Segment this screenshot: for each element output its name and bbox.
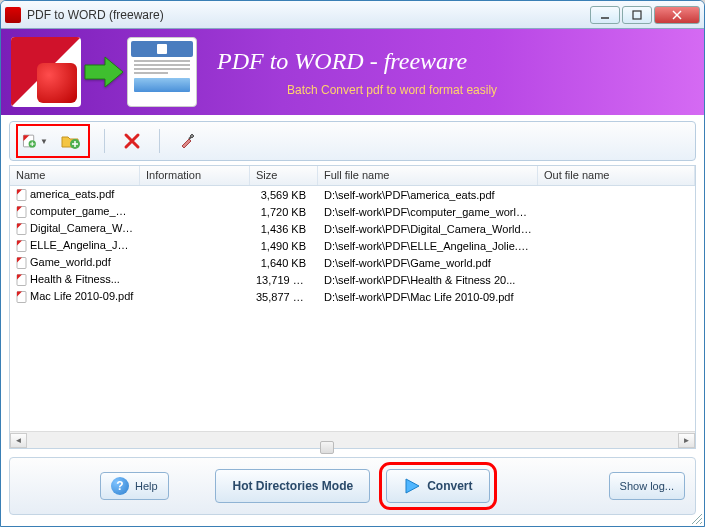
- table-row[interactable]: ELLE_Angelina_Jolie.pdf1,490 KBD:\self-w…: [10, 237, 695, 254]
- col-header-full[interactable]: Full file name: [318, 166, 538, 185]
- table-row[interactable]: Mac Life 2010-09.pdf35,877 KBD:\self-wor…: [10, 288, 695, 305]
- cell-full: D:\self-work\PDF\Health & Fitness 20...: [318, 274, 538, 286]
- help-button[interactable]: ? Help: [100, 472, 169, 500]
- cell-name: Mac Life 2010-09.pdf: [10, 290, 140, 303]
- pdf-file-icon: [16, 291, 28, 303]
- help-icon: ?: [111, 477, 129, 495]
- bottom-bar: ? Help Hot Directories Mode Convert Show…: [9, 457, 696, 515]
- col-header-size[interactable]: Size: [250, 166, 318, 185]
- cell-name: ELLE_Angelina_Jolie.pdf: [10, 239, 140, 252]
- titlebar: PDF to WORD (freeware): [1, 1, 704, 29]
- tools-icon: [178, 132, 196, 150]
- cell-full: D:\self-work\PDF\ELLE_Angelina_Jolie.pdf: [318, 240, 538, 252]
- cell-name: america_eats.pdf: [10, 188, 140, 201]
- hotdir-label: Hot Directories Mode: [232, 479, 353, 493]
- pdf-file-icon: [16, 206, 28, 218]
- banner: PDF to WORD - freeware Batch Convert pdf…: [1, 29, 704, 115]
- convert-label: Convert: [427, 479, 472, 493]
- settings-button[interactable]: [174, 128, 200, 154]
- close-button[interactable]: [654, 6, 700, 24]
- table-row[interactable]: computer_game_worl...1,720 KBD:\self-wor…: [10, 203, 695, 220]
- col-header-out[interactable]: Out file name: [538, 166, 695, 185]
- minimize-button[interactable]: [590, 6, 620, 24]
- cell-full: D:\self-work\PDF\america_eats.pdf: [318, 189, 538, 201]
- svg-line-7: [189, 137, 191, 139]
- pdf-file-icon: [16, 189, 28, 201]
- cell-name: Health & Fitness...: [10, 273, 140, 286]
- list-header: Name Information Size Full file name Out…: [10, 166, 695, 186]
- app-icon: [5, 7, 21, 23]
- list-body[interactable]: america_eats.pdf3,569 KBD:\self-work\PDF…: [10, 186, 695, 431]
- cell-full: D:\self-work\PDF\Game_world.pdf: [318, 257, 538, 269]
- show-log-button[interactable]: Show log...: [609, 472, 685, 500]
- col-header-name[interactable]: Name: [10, 166, 140, 185]
- add-folder-icon: [60, 131, 82, 151]
- delete-x-icon: [123, 132, 141, 150]
- cell-full: D:\self-work\PDF\Digital_Camera_World.pd…: [318, 223, 538, 235]
- cell-size: 13,719 KB: [250, 274, 318, 286]
- remove-button[interactable]: [119, 128, 145, 154]
- horizontal-scrollbar[interactable]: ◄ ►: [10, 431, 695, 448]
- cell-size: 1,436 KB: [250, 223, 318, 235]
- pdf-file-icon: [16, 257, 28, 269]
- banner-text: PDF to WORD - freeware Batch Convert pdf…: [217, 48, 497, 97]
- toolbar-separator: [104, 129, 105, 153]
- pdf-tile-icon: [11, 37, 81, 107]
- dropdown-arrow-icon: ▼: [40, 137, 48, 146]
- add-folder-button[interactable]: [58, 128, 84, 154]
- scroll-left-arrow-icon[interactable]: ◄: [10, 433, 27, 448]
- cell-size: 1,720 KB: [250, 206, 318, 218]
- play-icon: [403, 477, 421, 495]
- pdf-file-icon: [16, 274, 28, 286]
- window-controls: [590, 6, 700, 24]
- maximize-button[interactable]: [622, 6, 652, 24]
- convert-button[interactable]: Convert: [386, 469, 489, 503]
- svg-rect-1: [633, 11, 641, 19]
- scroll-right-arrow-icon[interactable]: ►: [678, 433, 695, 448]
- cell-size: 35,877 KB: [250, 291, 318, 303]
- cell-size: 3,569 KB: [250, 189, 318, 201]
- app-window: PDF to WORD (freeware) PDF to WORD - fre…: [0, 0, 705, 527]
- showlog-label: Show log...: [620, 480, 674, 492]
- cell-size: 1,640 KB: [250, 257, 318, 269]
- help-label: Help: [135, 480, 158, 492]
- cell-full: D:\self-work\PDF\Mac Life 2010-09.pdf: [318, 291, 538, 303]
- toolbar-separator: [159, 129, 160, 153]
- table-row[interactable]: Game_world.pdf1,640 KBD:\self-work\PDF\G…: [10, 254, 695, 271]
- banner-subtitle: Batch Convert pdf to word format easily: [287, 83, 497, 97]
- cell-name: Game_world.pdf: [10, 256, 140, 269]
- table-row[interactable]: Digital_Camera_Worl...1,436 KBD:\self-wo…: [10, 220, 695, 237]
- cell-size: 1,490 KB: [250, 240, 318, 252]
- resize-grip-icon[interactable]: [689, 511, 703, 525]
- add-pdf-icon: [22, 131, 38, 151]
- table-row[interactable]: Health & Fitness...13,719 KBD:\self-work…: [10, 271, 695, 288]
- pdf-file-icon: [16, 240, 28, 252]
- cell-name: Digital_Camera_Worl...: [10, 222, 140, 235]
- toolbar: ▼: [9, 121, 696, 161]
- file-list: Name Information Size Full file name Out…: [9, 165, 696, 449]
- cell-name: computer_game_worl...: [10, 205, 140, 218]
- svg-line-17: [700, 522, 702, 524]
- col-header-info[interactable]: Information: [140, 166, 250, 185]
- banner-title: PDF to WORD - freeware: [217, 48, 497, 75]
- cell-full: D:\self-work\PDF\computer_game_world.pdf: [318, 206, 538, 218]
- window-title: PDF to WORD (freeware): [27, 8, 590, 22]
- pdf-file-icon: [16, 223, 28, 235]
- scroll-thumb[interactable]: [320, 441, 334, 454]
- add-file-button[interactable]: ▼: [22, 128, 48, 154]
- add-buttons-highlight: ▼: [16, 124, 90, 158]
- hot-directories-button[interactable]: Hot Directories Mode: [215, 469, 370, 503]
- banner-art: [11, 37, 197, 107]
- table-row[interactable]: america_eats.pdf3,569 KBD:\self-work\PDF…: [10, 186, 695, 203]
- word-tile-icon: [127, 37, 197, 107]
- arrow-icon: [83, 52, 125, 92]
